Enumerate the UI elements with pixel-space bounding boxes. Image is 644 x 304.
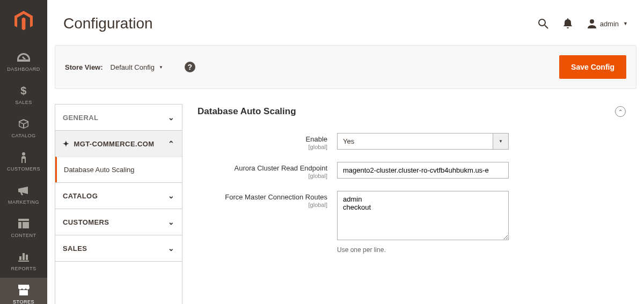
page-header: Configuration admin ▼ — [47, 0, 644, 45]
config-section-catalog[interactable]: CATALOG ⌄ — [55, 183, 182, 209]
config-section-general[interactable]: GENERAL ⌄ — [55, 105, 182, 130]
config-section-sales[interactable]: SALES ⌄ — [55, 235, 182, 261]
dollar-icon: $ — [0, 84, 47, 98]
chevron-down-icon: ⌄ — [168, 218, 174, 226]
config-panel: Database Auto Scaling ⌃ Enable [global] … — [197, 104, 636, 304]
bell-icon[interactable] — [562, 18, 573, 29]
admin-user-menu[interactable]: admin ▼ — [587, 19, 628, 28]
field-endpoint: Aurora Cluster Read Endpoint [global] — [197, 162, 626, 179]
nav-label: CUSTOMERS — [0, 166, 47, 172]
user-icon — [587, 19, 597, 28]
nav-content[interactable]: CONTENT — [0, 211, 47, 244]
svg-point-1 — [22, 152, 25, 155]
nav-label: CATALOG — [0, 133, 47, 138]
chevron-down-icon[interactable]: ▼ — [493, 133, 509, 150]
section-label: SALES — [63, 244, 87, 253]
nav-sales[interactable]: $ SALES — [0, 78, 47, 112]
save-config-button[interactable]: Save Config — [559, 55, 626, 79]
field-scope: [global] — [197, 144, 327, 150]
svg-point-3 — [590, 19, 594, 24]
field-enable: Enable [global] Yes ▼ — [197, 133, 626, 150]
nav-marketing[interactable]: MARKETING — [0, 178, 47, 211]
field-routes: Force Master Connection Routes [global] … — [197, 191, 626, 254]
field-scope: [global] — [197, 202, 327, 208]
field-label: Force Master Connection Routes — [225, 193, 327, 201]
nav-reports[interactable]: REPORTS — [0, 244, 47, 278]
nav-label: REPORTS — [0, 266, 47, 271]
content-area: GENERAL ⌄ ✦MGT-COMMERCE.COM ⌃ Database A… — [47, 89, 644, 304]
chevron-up-icon: ⌃ — [168, 139, 174, 148]
gauge-icon — [0, 50, 47, 64]
nav-dashboard[interactable]: DASHBOARD — [0, 45, 47, 78]
config-sub-database-auto-scaling[interactable]: Database Auto Scaling — [55, 157, 182, 182]
admin-sidebar: DASHBOARD $ SALES CATALOG CUSTOMERS MARK… — [0, 0, 47, 304]
config-nav: GENERAL ⌄ ✦MGT-COMMERCE.COM ⌃ Database A… — [55, 104, 182, 304]
svg-text:$: $ — [20, 85, 27, 97]
field-scope: [global] — [197, 173, 327, 179]
megaphone-icon — [0, 183, 47, 197]
svg-point-2 — [539, 19, 545, 26]
section-label: CUSTOMERS — [63, 218, 109, 226]
search-icon[interactable] — [538, 18, 548, 29]
nav-label: SALES — [0, 100, 47, 105]
config-section-customers[interactable]: CUSTOMERS ⌄ — [55, 209, 182, 235]
section-label: MGT-COMMERCE.COM — [74, 140, 154, 148]
section-label: GENERAL — [63, 114, 98, 122]
nav-label: STORES — [0, 299, 47, 304]
nav-stores[interactable]: STORES — [0, 278, 47, 304]
header-tools: admin ▼ — [538, 18, 628, 29]
collapse-icon[interactable]: ⌃ — [615, 106, 626, 117]
rocket-icon: ✦ — [63, 139, 69, 148]
chevron-down-icon: ⌄ — [168, 113, 174, 122]
store-view-label: Store View: — [65, 63, 103, 71]
layout-icon — [0, 217, 47, 231]
chevron-down-icon: ⌄ — [168, 191, 174, 200]
nav-catalog[interactable]: CATALOG — [0, 112, 47, 145]
bar-chart-icon — [0, 250, 47, 264]
nav-label: CONTENT — [0, 233, 47, 238]
help-icon[interactable]: ? — [185, 62, 195, 72]
store-view-select[interactable]: Default Config ▼ — [111, 63, 163, 71]
magento-logo — [13, 11, 34, 31]
chevron-down-icon: ▼ — [159, 65, 163, 70]
box-icon — [0, 117, 47, 131]
endpoint-input[interactable] — [337, 162, 509, 179]
nav-customers[interactable]: CUSTOMERS — [0, 145, 47, 178]
config-section-mgt-commerce[interactable]: ✦MGT-COMMERCE.COM ⌃ — [55, 131, 182, 157]
scope-toolbar: Store View: Default Config ▼ ? Save Conf… — [55, 45, 636, 89]
page-title: Configuration — [63, 15, 153, 32]
chevron-down-icon: ▼ — [623, 21, 628, 26]
main-area: Configuration admin ▼ Store View: — [47, 0, 644, 304]
routes-hint: Use one per line. — [337, 246, 509, 254]
admin-username: admin — [600, 20, 619, 28]
enable-select[interactable]: Yes ▼ — [337, 133, 509, 150]
routes-textarea[interactable] — [337, 191, 509, 240]
field-label: Aurora Cluster Read Endpoint — [235, 164, 327, 172]
chevron-down-icon: ⌄ — [168, 244, 174, 253]
store-view-value: Default Config — [111, 63, 155, 71]
panel-title: Database Auto Scaling — [197, 106, 296, 117]
enable-select-value: Yes — [337, 133, 493, 150]
nav-label: MARKETING — [0, 199, 47, 205]
field-label: Enable — [306, 135, 327, 143]
panel-header[interactable]: Database Auto Scaling ⌃ — [197, 104, 626, 133]
storefront-icon — [0, 283, 47, 297]
nav-label: DASHBOARD — [0, 66, 47, 72]
person-icon — [0, 150, 47, 164]
section-label: CATALOG — [63, 192, 98, 200]
